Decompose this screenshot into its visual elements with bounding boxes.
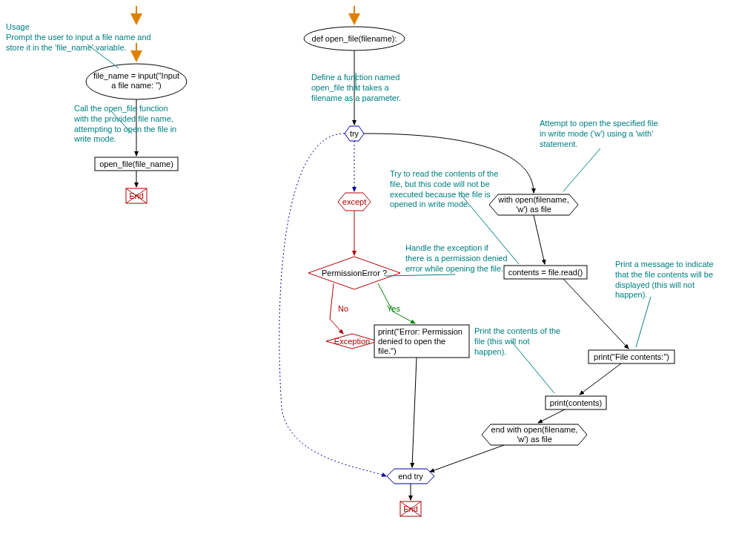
end-node: End — [126, 188, 147, 203]
edge-icon — [534, 215, 545, 264]
print-hdr-text: print("File contents:") — [594, 352, 669, 361]
edge-icon — [538, 409, 565, 423]
annotation-def: Define a function named open_file that t… — [311, 73, 415, 103]
input-node-text-l1: file_name = input("Input — [93, 71, 179, 80]
try-node-text: try — [350, 129, 359, 138]
end-node-text: End — [129, 191, 144, 200]
with-l1: with open(filename, — [497, 195, 568, 204]
print-err-l3: file.") — [378, 346, 397, 355]
annotation-usage-body: Prompt the user to input a file name and… — [6, 33, 151, 52]
annotation-hdr: Print a message to indicate that the fil… — [615, 260, 726, 300]
annotation-cont: Print the contents of the file (this wil… — [474, 326, 563, 357]
edge-yes-icon — [378, 283, 415, 323]
yes-label: Yes — [387, 304, 400, 313]
end-node-2: End — [400, 501, 421, 516]
edge-icon — [279, 134, 386, 476]
print-err-l2: denied to open the — [378, 337, 445, 346]
endtry-text: end try — [398, 472, 423, 481]
input-node-text-l2: a file name: ") — [111, 81, 162, 90]
read-node-text: contents = file.read() — [508, 268, 583, 277]
edge-icon — [580, 363, 621, 395]
edge-icon — [430, 445, 504, 472]
exception-node-text: Exception — [334, 337, 370, 346]
def-node-text: def open_file(filename): — [312, 34, 397, 43]
print-cont-text: print(contents) — [550, 398, 602, 407]
call-node-text: open_file(file_name) — [99, 159, 173, 168]
endwith-l2: 'w') as file — [517, 435, 552, 444]
annotation-read: Try to read the contents of the file, bu… — [390, 169, 501, 210]
print-err-l1: print("Error: Permission — [378, 327, 462, 336]
no-label: No — [338, 304, 348, 313]
decision-node-text: PermissionError ? — [322, 269, 387, 277]
annotation-pointer-icon — [563, 148, 600, 191]
endwith-l1: end with open(filename, — [491, 425, 578, 434]
annotation-usage-title: Usage — [6, 22, 30, 31]
edge-icon — [412, 358, 417, 467]
annotation-with: Attempt to open the specified file in wr… — [540, 119, 658, 149]
end-text-2: End — [403, 504, 418, 513]
annotation-call: Call the open_file function with the pro… — [74, 104, 178, 145]
annotation-usage: Usage Prompt the user to input a file na… — [6, 22, 169, 53]
annotation-pointer-icon — [636, 297, 651, 347]
except-node-text: except — [342, 197, 366, 206]
with-l2: 'w') as file — [516, 205, 551, 214]
annotation-except: Handle the exception if there is a permi… — [405, 243, 509, 274]
